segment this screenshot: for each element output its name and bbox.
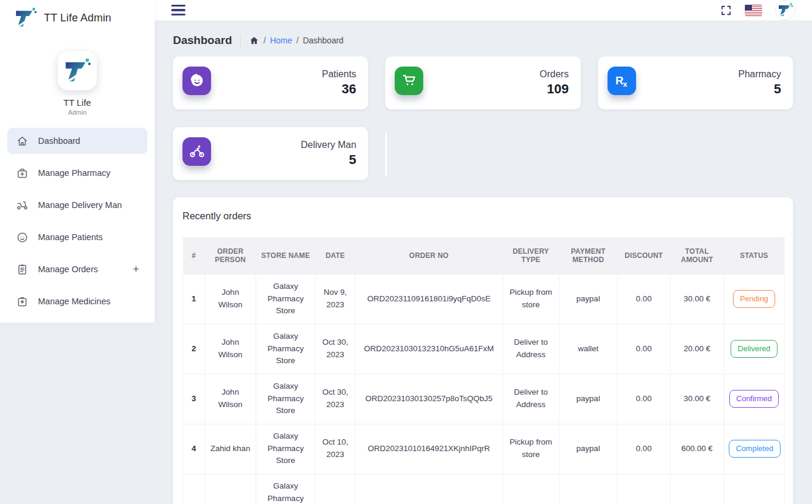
cell-order-no: ORD20231109161801i9yqFqD0sE: [355, 274, 503, 324]
breadcrumb-current: Dashboard: [303, 36, 344, 45]
col-header-status: STATUS: [724, 237, 785, 274]
cell-person: [205, 474, 256, 504]
avatar-logo-icon: [778, 2, 793, 18]
sidebar-item-manage-patients[interactable]: Manage Patients: [7, 224, 147, 250]
col-header-order-no: ORDER NO: [355, 237, 503, 274]
cell-status: Confirmed: [724, 374, 785, 424]
stat-label: Delivery Man: [301, 140, 356, 150]
us-flag-icon[interactable]: [745, 5, 762, 16]
breadcrumb-divider: [240, 34, 241, 47]
col-header-discount: DISCOUNT: [618, 237, 671, 274]
rx-icon: Rx: [608, 67, 636, 95]
pharmacy-bag-icon: [15, 166, 29, 179]
sidebar-item-manage-delivery-man[interactable]: Manage Delivery Man: [7, 192, 147, 218]
brand: TT Life Admin: [0, 0, 155, 36]
sidebar-item-manage-orders[interactable]: Manage Orders +: [7, 256, 147, 282]
col-header-delivery-type: DELIVERY TYPE: [503, 237, 559, 274]
col-header-store-name: STORE NAME: [256, 237, 316, 274]
cell-order-no: ORD20231030130257p8oTsQQbJ5: [355, 374, 503, 424]
stat-value: 36: [322, 81, 357, 97]
stat-label: Patients: [322, 69, 357, 80]
cell-total: 30.00 €: [671, 274, 724, 324]
cell-num: 2: [183, 324, 205, 374]
col-header-order-person: ORDER PERSON: [205, 237, 256, 274]
plus-icon: +: [133, 264, 139, 275]
stat-cards-row-1: Patients 36 Orders 109: [173, 56, 793, 109]
cell-total: 30.00 €: [671, 374, 724, 424]
sidebar-item-manage-pharmacy[interactable]: Manage Pharmacy: [7, 160, 147, 186]
cell-store: Galaxy Pharmacy Store: [256, 424, 316, 474]
col-header-index: #: [183, 237, 205, 274]
cell-status: Delivered: [724, 324, 785, 374]
cell-status: Pending: [724, 274, 785, 324]
medicine-box-icon: [15, 295, 29, 308]
cell-payment: [559, 474, 618, 504]
cell-payment: paypal: [559, 374, 618, 424]
main-area: Dashboard / Home / Dashboard: [155, 0, 812, 504]
orders-table: # ORDER PERSON STORE NAME DATE ORDER NO …: [182, 237, 785, 504]
cell-total: [671, 474, 724, 504]
cell-discount: 0.00: [618, 374, 671, 424]
cell-date: Oct 30, 2023: [316, 324, 355, 374]
brand-title: TT Life Admin: [44, 12, 111, 24]
app-logo-name: TT Life: [0, 97, 155, 108]
sidebar-item-label: Manage Patients: [38, 232, 103, 242]
cell-date: Nov 9, 2023: [316, 274, 355, 324]
cell-person: John Wilson: [205, 374, 256, 424]
cell-store: Galaxy Pharmacy Store: [256, 374, 316, 424]
stat-card-delivery-man[interactable]: Delivery Man 5: [173, 127, 368, 180]
cell-order-no: ORD20231030132310hG5uA61FxM: [355, 324, 503, 374]
cyclist-icon: [182, 137, 211, 166]
cell-delivery: Pickup from store: [503, 424, 559, 474]
cell-delivery: Pickup from store: [503, 274, 559, 324]
status-badge: Confirmed: [729, 390, 779, 408]
order-row: 4Zahid khanGalaxy Pharmacy StoreOct 10, …: [183, 424, 785, 474]
page-root: TT Life Admin TT Life Admin Dashboard: [0, 0, 812, 504]
order-row: Galaxy Pharmacy Store: [183, 474, 785, 504]
cell-num: 3: [183, 374, 205, 424]
topbar: [155, 0, 812, 21]
stat-value: 109: [540, 81, 569, 97]
cell-order-no: ORD20231010164921XKjnhIPqrR: [355, 424, 503, 474]
page-title: Dashboard: [173, 34, 232, 47]
sidebar-item-dashboard[interactable]: Dashboard: [7, 128, 147, 154]
cell-total: 600.00 €: [671, 424, 724, 474]
breadcrumb-home-link[interactable]: Home: [270, 36, 292, 45]
status-badge: Pending: [733, 290, 776, 308]
cell-discount: 0.00: [618, 424, 671, 474]
stat-card-patients[interactable]: Patients 36: [173, 56, 368, 109]
cell-num: 4: [183, 424, 205, 474]
stat-card-pharmacy[interactable]: Rx Pharmacy 5: [598, 56, 793, 109]
recent-orders-title: Recently orders: [182, 210, 783, 222]
col-header-payment-method: PAYMENT METHOD: [559, 237, 618, 274]
cell-delivery: Deliver to Address: [503, 374, 559, 424]
sidebar-logo-block: TT Life Admin: [0, 36, 155, 116]
menu-toggle-icon[interactable]: [171, 5, 185, 15]
stat-card-orders[interactable]: Orders 109: [385, 56, 580, 109]
cell-payment: wallet: [559, 324, 618, 374]
brand-logo-icon: [14, 7, 37, 29]
status-badge: Completed: [729, 440, 780, 458]
cell-person: John Wilson: [205, 324, 256, 374]
order-row: 1John WilsonGalaxy Pharmacy StoreNov 9, …: [183, 274, 785, 324]
cell-num: [183, 474, 205, 504]
breadcrumb-slash: /: [297, 36, 299, 45]
breadcrumb: Dashboard / Home / Dashboard: [173, 34, 793, 47]
order-row: 3John WilsonGalaxy Pharmacy StoreOct 30,…: [183, 374, 785, 424]
sidebar: TT Life Admin TT Life Admin Dashboard: [0, 0, 155, 504]
col-header-total-amount: TOTAL AMOUNT: [671, 237, 724, 274]
cell-person: John Wilson: [205, 274, 256, 324]
divider-line: [385, 127, 580, 180]
breadcrumb-slash: /: [263, 36, 266, 45]
cell-status: Completed: [724, 424, 785, 474]
cell-store: Galaxy Pharmacy Store: [256, 474, 316, 504]
cell-payment: paypal: [559, 424, 618, 474]
cell-order-no: [355, 474, 503, 504]
status-badge: Delivered: [731, 340, 778, 358]
sidebar-item-manage-medicines[interactable]: Manage Medicines: [7, 288, 147, 314]
fullscreen-icon[interactable]: [720, 5, 732, 16]
profile-avatar[interactable]: [775, 0, 795, 20]
cell-payment: paypal: [559, 274, 618, 324]
breadcrumb-home-icon[interactable]: [249, 36, 259, 46]
sidebar-menu: Dashboard Manage Pharmacy Manage Deliver…: [0, 128, 155, 314]
